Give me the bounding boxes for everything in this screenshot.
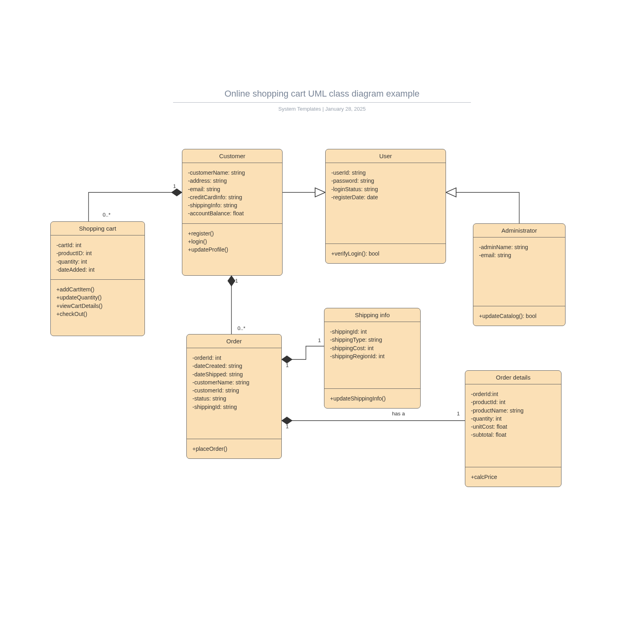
member-row: -quantity: int <box>56 258 139 266</box>
class-ops: +placeOrder() <box>187 439 281 458</box>
member-row: -productName: string <box>471 407 555 415</box>
class-attrs: -userId: string-password: string-loginSt… <box>326 163 446 244</box>
class-shopping-cart[interactable]: Shopping cart -cartId: int-productID: in… <box>50 221 145 336</box>
member-row: -registerDate: date <box>331 193 440 201</box>
mult-shoppingcart: 0..* <box>103 212 111 218</box>
diagram-subtitle: System Templates | January 28, 2025 <box>0 106 644 112</box>
member-row: -loginStatus: string <box>331 185 440 193</box>
member-row: -email: string <box>188 185 277 193</box>
member-row: +updateQuantity() <box>56 293 139 301</box>
member-row: +addCartItem() <box>56 285 139 293</box>
class-shipping-info[interactable]: Shipping info -shippingId: int-shippingT… <box>324 308 421 409</box>
class-ops: +addCartItem()+updateQuantity()+viewCart… <box>51 280 144 324</box>
class-attrs: -orderId: int-dateCreated: string-dateSh… <box>187 348 281 439</box>
edge-administrator-user <box>446 192 519 223</box>
member-row: +login() <box>188 237 277 246</box>
member-row: -shippingInfo: string <box>188 201 277 209</box>
member-row: -dateCreated: string <box>192 362 276 370</box>
member-row: -shippingId: int <box>330 328 415 336</box>
member-row: +calcPrice <box>471 473 555 481</box>
member-row: -productId: int <box>471 398 555 406</box>
member-row: -dateAdded: int <box>56 266 139 274</box>
class-administrator[interactable]: Administrator -adminName: string-email: … <box>473 223 566 326</box>
member-row: -shippingType: string <box>330 336 415 344</box>
class-order-details[interactable]: Order details -orderId:int-productId: in… <box>465 370 561 487</box>
class-name: Customer <box>182 149 282 163</box>
diagram-title: Online shopping cart UML class diagram e… <box>0 89 644 99</box>
class-attrs: -shippingId: int-shippingType: string-sh… <box>324 322 420 389</box>
member-row: -customerName: string <box>192 378 276 386</box>
member-row: +updateProfile() <box>188 246 277 254</box>
edge-order-shippinginfo <box>282 346 324 359</box>
member-row: +updateShippingInfo() <box>330 394 415 402</box>
mult-order-det-left: 1 <box>286 423 289 429</box>
mult-order-ship-left: 1 <box>286 362 289 368</box>
class-name: User <box>326 149 446 163</box>
member-row: -shippingRegionId: int <box>330 352 415 360</box>
mult-customer-bottom: 1 <box>235 278 238 284</box>
member-row: -status: string <box>192 394 276 402</box>
class-name: Shipping info <box>324 308 420 322</box>
class-customer[interactable]: Customer -customerName: string-address: … <box>182 149 283 276</box>
class-user[interactable]: User -userId: string-password: string-lo… <box>325 149 446 264</box>
member-row: -address: string <box>188 177 277 185</box>
member-row: -email: string <box>479 251 559 259</box>
member-row: -shippingCost: int <box>330 344 415 352</box>
member-row: -orderId: int <box>192 354 276 362</box>
class-ops: +updateShippingInfo() <box>324 389 420 408</box>
subtitle-right: January 28, 2025 <box>325 106 365 112</box>
class-ops: +updateCatalog(): bool <box>473 306 565 326</box>
class-name: Shopping cart <box>51 222 144 235</box>
member-row: +checkOut() <box>56 310 139 318</box>
member-row: -unitCost: float <box>471 423 555 431</box>
mult-order-top: 0..* <box>237 325 246 331</box>
subtitle-left: System Templates <box>278 106 321 112</box>
mult-order-ship-right: 1 <box>318 337 321 343</box>
class-name: Administrator <box>473 224 565 237</box>
member-row: +viewCartDetails() <box>56 302 139 310</box>
member-row: -cartId: int <box>56 241 139 249</box>
class-name: Order details <box>465 371 561 384</box>
mult-order-det-right: 1 <box>457 411 460 417</box>
class-attrs: -cartId: int-productID: int-quantity: in… <box>51 235 144 280</box>
member-row: -adminName: string <box>479 243 559 251</box>
member-row: -password: string <box>331 177 440 185</box>
member-row: -creditCardInfo: string <box>188 193 277 201</box>
class-attrs: -customerName: string-address: string-em… <box>182 163 282 224</box>
member-row: -productID: int <box>56 249 139 257</box>
member-row: -accountBalance: float <box>188 209 277 217</box>
class-order[interactable]: Order -orderId: int-dateCreated: string-… <box>186 334 282 459</box>
member-row: -shippingId: string <box>192 403 276 411</box>
member-row: -quantity: int <box>471 415 555 423</box>
class-name: Order <box>187 334 281 348</box>
class-attrs: -adminName: string-email: string <box>473 237 565 306</box>
subtitle-sep: | <box>321 106 325 112</box>
member-row: -customerId: string <box>192 386 276 394</box>
member-row: +updateCatalog(): bool <box>479 312 559 320</box>
member-row: -userId: string <box>331 169 440 177</box>
class-attrs: -orderId:int-productId: int-productName:… <box>465 384 561 467</box>
class-ops: +calcPrice <box>465 467 561 487</box>
diagram-header: Online shopping cart UML class diagram e… <box>0 89 644 112</box>
member-row: -orderId:int <box>471 390 555 398</box>
mult-customer-left: 1 <box>173 183 176 189</box>
member-row: -subtotal: float <box>471 431 555 439</box>
edge-label-has-a: has a <box>390 411 407 417</box>
member-row: +register() <box>188 229 277 237</box>
class-ops: +register()+login()+updateProfile() <box>182 224 282 260</box>
member-row: +placeOrder() <box>192 445 276 453</box>
diagram-title-rule <box>173 102 471 103</box>
member-row: -dateShipped: string <box>192 370 276 378</box>
class-ops: +verifyLogin(): bool <box>326 244 446 263</box>
member-row: -customerName: string <box>188 169 277 177</box>
member-row: +verifyLogin(): bool <box>331 250 440 258</box>
